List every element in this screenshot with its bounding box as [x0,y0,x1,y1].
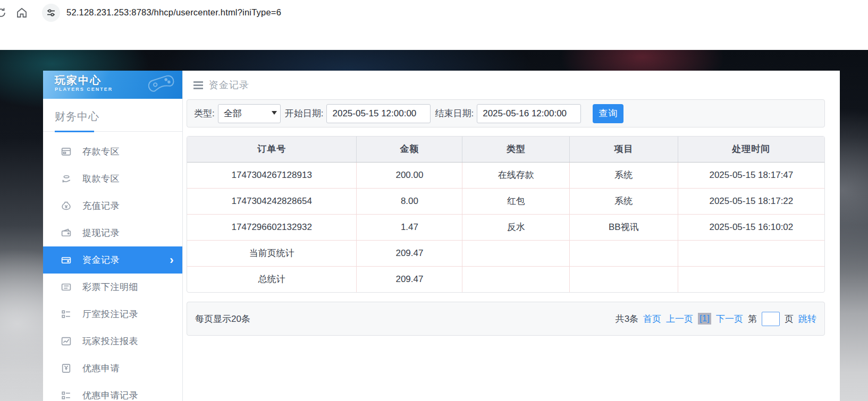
end-date-input[interactable] [477,104,581,123]
filter-bar: 类型: 全部 开始日期: 结束日期: 查询 [187,99,825,127]
address-bar[interactable]: 52.128.231.253:8783/hhcp/usercenter.html… [66,7,281,18]
table-cell: 2025-05-15 18:17:22 [678,188,824,214]
table-cell [678,240,824,266]
table-cell: 总统计 [187,266,357,292]
start-date-label: 开始日期: [285,107,324,120]
pagination-bar: 每页显示20条 共3条 首页 上一页 [1] 下一页 第 页 跳转 [187,302,825,336]
table-cell: 1747296602132932 [187,214,357,240]
table-cell: 反水 [462,214,569,240]
sidebar-item-label: 取款专区 [82,173,120,185]
column-header: 金额 [357,136,462,162]
table-row: 17472966021329321.47反水BB视讯2025-05-15 16:… [187,214,824,240]
sidebar-item-label: 提现记录 [82,227,120,239]
home-icon[interactable] [15,6,28,19]
money-bag-icon [60,200,72,212]
table-cell: 系统 [569,162,678,188]
sidebar-item-label: 优惠申请 [82,362,120,374]
table-row: 总统计209.47 [187,266,824,292]
first-page-link[interactable]: 首页 [643,313,661,325]
list-check-icon [60,309,72,320]
table-cell: 200.00 [357,162,462,188]
wallet-icon [60,227,72,239]
table-cell: 209.47 [357,240,462,266]
table-cell: 8.00 [357,188,462,214]
list-icon [60,281,72,293]
hand-money-icon [60,173,72,185]
sidebar-item-label: 优惠申请记录 [82,389,138,401]
sidebar-item-4[interactable]: 资金记录› [43,246,182,274]
table-row: 1747304267128913200.00在线存款系统2025-05-15 1… [187,162,824,188]
total-count: 共3条 [616,313,638,325]
card-machine-icon [60,146,72,158]
table-cell: BB视讯 [569,214,678,240]
list-check-icon [60,390,72,401]
refresh-icon[interactable] [0,5,7,20]
site-settings-button[interactable] [42,4,60,22]
table-cell: 1747304242828654 [187,188,357,214]
sidebar-item-7[interactable]: 玩家投注报表 [43,328,182,355]
sidebar: 玩家中心 PLAYERS CENTER 财务中心 存款专区 取款专区 充值记录 … [43,71,183,401]
table-cell: 2025-05-15 18:17:47 [678,162,824,188]
sidebar-item-3[interactable]: 提现记录 [43,219,182,246]
chart-icon [60,336,72,347]
end-date-label: 结束日期: [435,107,474,120]
sidebar-item-0[interactable]: 存款专区 [43,138,182,165]
sidebar-menu: 存款专区 取款专区 充值记录 提现记录 资金记录› 彩票下注明细 厅室投注记录 … [43,132,182,401]
table-cell: 209.47 [357,266,462,292]
tune-icon [46,7,56,18]
type-label: 类型: [194,107,215,120]
table-cell: 1747304267128913 [187,162,357,188]
table-cell [462,240,569,266]
fund-record-icon [60,254,72,266]
sidebar-item-9[interactable]: 优惠申请记录 [43,382,182,401]
sidebar-item-label: 充值记录 [82,200,120,212]
sidebar-item-2[interactable]: 充值记录 [43,192,182,219]
table-cell: 1.47 [357,214,462,240]
jump-label-post: 页 [785,313,794,325]
sidebar-item-6[interactable]: 厅室投注记录 [43,301,182,328]
prev-page-link[interactable]: 上一页 [666,313,693,325]
table-cell: 在线存款 [462,162,569,188]
table-cell [569,240,678,266]
sidebar-item-label: 存款专区 [82,146,120,158]
table-header-row: 订单号金额类型项目处理时间 [187,136,824,162]
breadcrumb: 资金记录 [209,79,249,91]
page-top-gap [0,25,868,50]
query-button[interactable]: 查询 [593,104,623,123]
sidebar-item-5[interactable]: 彩票下注明细 [43,274,182,301]
coupon-icon [60,363,72,374]
page-background: 玩家中心 PLAYERS CENTER 财务中心 存款专区 取款专区 充值记录 … [0,50,868,401]
table-row: 当前页统计209.47 [187,240,824,266]
hamburger-menu-icon[interactable] [193,81,203,89]
current-page-indicator: [1] [698,313,711,325]
table-cell [569,266,678,292]
column-header: 项目 [569,136,678,162]
chevron-right-icon: › [170,254,174,266]
jump-go-link[interactable]: 跳转 [798,313,816,325]
finance-center-label: 财务中心 [55,109,182,124]
sidebar-item-1[interactable]: 取款专区 [43,165,182,192]
sidebar-item-8[interactable]: 优惠申请 [43,355,182,382]
next-page-link[interactable]: 下一页 [716,313,743,325]
table-cell [678,266,824,292]
sidebar-item-label: 资金记录 [82,254,120,266]
content-wrapper: 玩家中心 PLAYERS CENTER 财务中心 存款专区 取款专区 充值记录 … [43,71,840,401]
column-header: 订单号 [187,136,357,162]
browser-toolbar: 52.128.231.253:8783/hhcp/usercenter.html… [0,0,868,25]
records-table: 订单号金额类型项目处理时间 1747304267128913200.00在线存款… [187,136,824,292]
sidebar-item-label: 厅室投注记录 [82,308,138,320]
jump-page-input[interactable] [762,312,780,326]
start-date-input[interactable] [326,104,431,123]
table-cell [462,266,569,292]
table-cell: 红包 [462,188,569,214]
main-header: 资金记录 [187,71,825,99]
section-underline [55,131,94,132]
main-content: 资金记录 类型: 全部 开始日期: 结束日期: 查询 订单号金额类型项目处理时间 [183,71,840,401]
type-select[interactable]: 全部 [218,104,281,123]
column-header: 处理时间 [678,136,824,162]
sidebar-header: 玩家中心 PLAYERS CENTER [43,71,182,99]
jump-label-pre: 第 [748,313,757,325]
per-page-label: 每页显示20条 [195,313,250,325]
column-header: 类型 [462,136,569,162]
sidebar-item-label: 玩家投注报表 [82,335,138,347]
